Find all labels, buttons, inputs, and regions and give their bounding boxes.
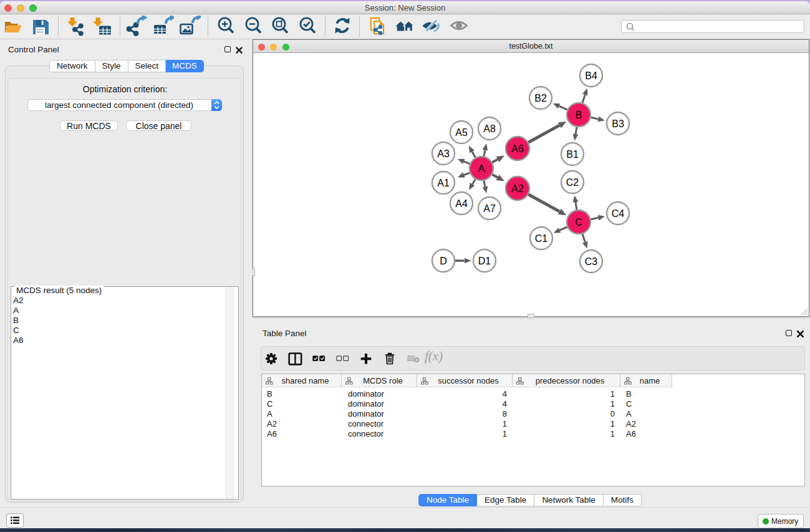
svg-text:A4: A4 <box>455 198 468 209</box>
svg-text:B1: B1 <box>566 149 579 160</box>
svg-text:C1: C1 <box>535 233 548 244</box>
svg-text:A6: A6 <box>511 143 524 154</box>
svg-text:B4: B4 <box>585 70 597 81</box>
svg-text:A8: A8 <box>483 123 496 134</box>
svg-text:A5: A5 <box>455 127 468 138</box>
svg-text:C4: C4 <box>612 208 625 219</box>
svg-text:A2: A2 <box>511 183 524 194</box>
svg-text:A7: A7 <box>483 203 496 214</box>
svg-text:C3: C3 <box>585 256 598 267</box>
svg-text:C2: C2 <box>566 177 579 188</box>
svg-text:D1: D1 <box>478 256 491 266</box>
svg-text:A: A <box>478 163 485 174</box>
svg-text:A3: A3 <box>437 148 450 159</box>
svg-text:B3: B3 <box>612 118 624 129</box>
svg-text:B: B <box>576 110 582 120</box>
svg-text:B2: B2 <box>534 93 547 104</box>
svg-text:C: C <box>575 217 582 228</box>
svg-text:D: D <box>440 256 447 266</box>
svg-text:A1: A1 <box>437 178 450 188</box>
